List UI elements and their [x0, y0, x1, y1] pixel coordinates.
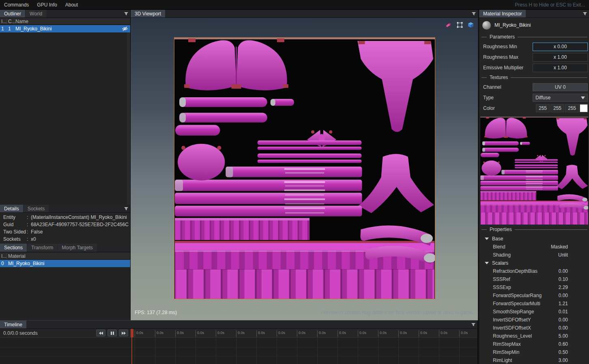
rewind-button[interactable]: [96, 330, 105, 336]
timeline-gridline: [196, 338, 196, 364]
column-name: Name: [14, 18, 130, 24]
filter-icon[interactable]: [470, 10, 478, 17]
material-name: MI_Ryoko_Bikini: [494, 22, 531, 28]
filter-icon[interactable]: [581, 10, 589, 17]
timeline-tick: 0.0s: [337, 330, 346, 337]
tab-world[interactable]: World: [26, 10, 46, 17]
property-row[interactable]: SSSExp2.29: [479, 283, 589, 291]
tab-sockets[interactable]: Sockets: [24, 205, 49, 212]
material-row[interactable]: 0 MI_Ryoko_Bikini: [0, 260, 130, 267]
timeline-gridline: [317, 338, 318, 364]
color-b-field[interactable]: 255: [565, 104, 579, 112]
brush-icon[interactable]: [445, 21, 452, 28]
timeline-gridline: [358, 338, 358, 364]
color-r-field[interactable]: 255: [536, 104, 550, 112]
outliner-columns: I... C... Name: [0, 18, 130, 25]
timeline-tick: 0.0s: [378, 330, 387, 337]
tab-outliner[interactable]: Outliner: [0, 10, 25, 17]
timeline-tick: 0.0s: [358, 330, 366, 337]
property-row[interactable]: SmoothStepRange0.01: [479, 308, 589, 316]
preview-disclaimer: Previewed content may differ from final …: [320, 310, 474, 315]
timeline-gridline: [155, 338, 155, 364]
timeline-ruler[interactable]: 0.0s0.0s0.0s0.0s0.0s0.0s0.0s0.0s0.0s0.0s…: [131, 329, 477, 338]
menu-about[interactable]: About: [61, 0, 82, 10]
menu-gpu-info[interactable]: GPU Info: [33, 0, 61, 10]
filter-icon[interactable]: [122, 10, 130, 17]
viewport-canvas[interactable]: FPS: 137 (7.28 ms) Previewed content may…: [131, 18, 478, 320]
tab-sections[interactable]: Sections: [0, 244, 27, 252]
property-row[interactable]: ShadingUnlit: [479, 251, 589, 259]
roughness-max-label: Roughness Max: [483, 54, 533, 60]
timeline-track-divider: [0, 347, 477, 347]
property-row[interactable]: SSSRef0.10: [479, 275, 589, 283]
outliner-scrollbar[interactable]: [127, 32, 130, 205]
detail-row-two-sided: Two Sided:False: [0, 228, 130, 236]
outliner-tabbar: Outliner World: [0, 10, 130, 18]
property-row[interactable]: ForwardSpecularRang0.00: [479, 291, 589, 300]
timeline-grid[interactable]: [0, 338, 477, 364]
tab-transform[interactable]: Transform: [27, 244, 57, 252]
details-list: Entity:(MaterialInstanceConstant) MI_Ryo…: [0, 214, 130, 244]
pause-button[interactable]: [107, 330, 117, 336]
cube-icon[interactable]: [467, 21, 474, 28]
property-row[interactable]: InvertSDFOffsetX0.00: [479, 324, 589, 332]
timeline-gridline: [337, 338, 338, 364]
timeline-gridline: [378, 338, 378, 364]
fast-forward-button[interactable]: [119, 330, 128, 336]
tab-3d-viewport[interactable]: 3D Viewport: [131, 10, 165, 17]
texture-preview[interactable]: [480, 117, 588, 225]
type-dropdown[interactable]: Diffuse: [533, 94, 588, 102]
property-row[interactable]: RimStepMax0.60: [479, 340, 589, 348]
properties-section-header: Properties: [482, 226, 587, 233]
tab-details[interactable]: Details: [0, 205, 23, 212]
tab-material-inspector[interactable]: Material Inspector: [479, 10, 526, 17]
expand-arrow-icon: [485, 262, 489, 264]
timeline-tick: 0.0s: [155, 330, 163, 337]
color-swatch[interactable]: [580, 104, 588, 112]
roughness-max-input[interactable]: [533, 53, 588, 62]
menu-commands[interactable]: Commands: [0, 0, 33, 10]
channel-label: Channel: [483, 84, 533, 90]
column-index: I...: [0, 18, 7, 24]
eye-off-icon[interactable]: [121, 26, 128, 31]
color-label: Color: [483, 105, 536, 111]
material-texture-quad[interactable]: [174, 37, 435, 299]
tab-timeline[interactable]: Timeline: [0, 321, 26, 328]
property-row[interactable]: RefractionDepthBias0.00: [479, 267, 589, 275]
roughness-min-input[interactable]: [533, 43, 588, 51]
filter-icon[interactable]: [122, 205, 130, 212]
channel-button[interactable]: UV 0: [533, 83, 588, 91]
timeline-gridline: [236, 338, 236, 364]
timeline-tick: 0.0s: [175, 330, 184, 337]
property-row[interactable]: Roughness_Level5.00: [479, 332, 589, 340]
inspector-tabbar: Material Inspector: [479, 10, 589, 18]
property-row[interactable]: RimLight3.00: [479, 356, 589, 364]
property-row[interactable]: ForwardSpecularMulti1.21: [479, 300, 589, 308]
viewport-panel: 3D Viewport FPS: 137 (7.28 ms) Previewed…: [131, 10, 478, 320]
outliner-tree-area[interactable]: [0, 32, 130, 205]
group-scalars[interactable]: Scalars: [479, 259, 589, 267]
type-value: Diffuse: [535, 95, 581, 101]
group-base[interactable]: Base: [479, 235, 589, 243]
timeline-tick: 0.0s: [398, 330, 407, 337]
detail-row-sockets: Sockets:x0: [0, 236, 130, 243]
color-g-field[interactable]: 255: [550, 104, 564, 112]
timeline-gridline: [419, 338, 419, 364]
timeline-gridline: [135, 338, 135, 364]
dropdown-arrow-icon: [581, 96, 585, 99]
property-row[interactable]: RimStepMin0.50: [479, 348, 589, 356]
tab-morph-targets[interactable]: Morph Targets: [58, 244, 97, 252]
outliner-row[interactable]: 1 1 MI_Ryoko_Bikini: [0, 25, 130, 32]
selection-frame-icon[interactable]: [456, 21, 463, 28]
timeline-tick: 0.0s: [459, 330, 468, 337]
timeline-tick: 0.0s: [419, 330, 427, 337]
property-row[interactable]: InvertSDFOffsetY0.00: [479, 316, 589, 324]
column-index: I...: [0, 253, 7, 259]
timeline-panel: Timeline 0.0/0.0 seconds 0.0s0.0s0.0s0.0…: [0, 320, 478, 364]
property-row[interactable]: BlendMasked: [479, 243, 589, 251]
emissive-multiplier-input[interactable]: [533, 64, 588, 72]
viewport-toolbar: [445, 21, 474, 28]
filter-icon[interactable]: [469, 321, 477, 328]
color-row: Color 255 255 255: [479, 103, 589, 113]
timeline-gridline: [256, 338, 257, 364]
